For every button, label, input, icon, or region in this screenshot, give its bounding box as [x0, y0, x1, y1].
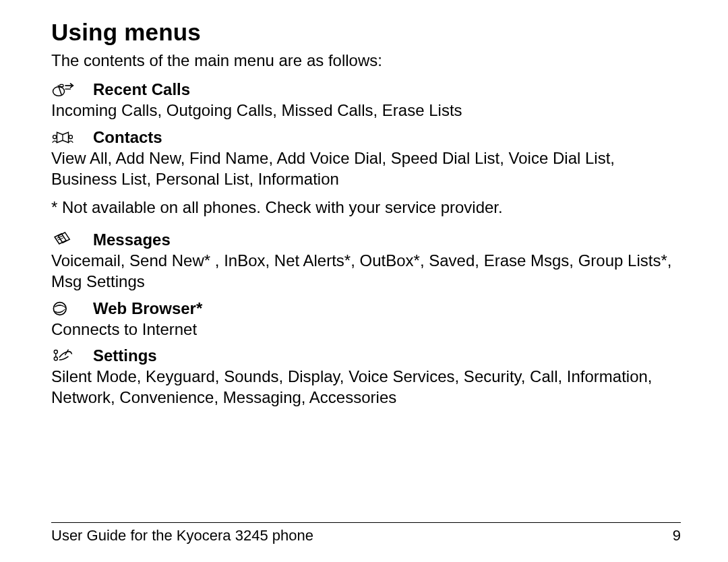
page-footer: User Guide for the Kyocera 3245 phone 9 — [51, 522, 681, 544]
globe-swoosh-icon — [51, 299, 78, 318]
section-title: Settings — [93, 346, 157, 365]
svg-point-13 — [54, 350, 57, 354]
svg-point-14 — [54, 357, 57, 361]
section-recent-calls: Recent Calls Incoming Calls, Outgoing Ca… — [51, 80, 681, 121]
section-settings: Settings Silent Mode, Keyguard, Sounds, … — [51, 346, 681, 408]
svg-point-6 — [53, 135, 57, 139]
intro-text: The contents of the main menu are as fol… — [51, 50, 681, 71]
page: Using menus The contents of the main men… — [0, 0, 728, 562]
hand-tools-icon — [51, 346, 78, 365]
section-header: Contacts — [51, 128, 681, 147]
phone-arrow-icon — [51, 80, 78, 99]
svg-rect-2 — [60, 85, 63, 87]
section-messages: Messages Voicemail, Send New* , InBox, N… — [51, 230, 681, 292]
section-title: Web Browser* — [93, 299, 202, 318]
section-body: Silent Mode, Keyguard, Sounds, Display, … — [51, 367, 681, 408]
section-title: Recent Calls — [93, 80, 190, 99]
footer-row: User Guide for the Kyocera 3245 phone 9 — [51, 527, 681, 544]
section-title: Messages — [93, 230, 171, 249]
section-title: Contacts — [93, 128, 162, 147]
papers-icon — [51, 230, 78, 249]
section-body: Voicemail, Send New* , InBox, Net Alerts… — [51, 251, 681, 292]
svg-point-7 — [69, 135, 72, 139]
section-body: Connects to Internet — [51, 319, 681, 340]
section-header: Settings — [51, 346, 681, 365]
svg-point-12 — [53, 302, 66, 315]
footer-rule — [51, 522, 681, 523]
section-header: Web Browser* — [51, 299, 681, 318]
section-body: Incoming Calls, Outgoing Calls, Missed C… — [51, 100, 681, 121]
section-web-browser: Web Browser* Connects to Internet — [51, 299, 681, 340]
page-title: Using menus — [51, 19, 681, 46]
footnote: * Not available on all phones. Check wit… — [51, 197, 681, 218]
footer-text: User Guide for the Kyocera 3245 phone — [51, 527, 313, 544]
section-body: View All, Add New, Find Name, Add Voice … — [51, 148, 681, 189]
address-book-icon — [51, 128, 78, 147]
section-header: Messages — [51, 230, 681, 249]
section-header: Recent Calls — [51, 80, 681, 99]
page-number: 9 — [673, 527, 681, 544]
section-contacts: Contacts View All, Add New, Find Name, A… — [51, 128, 681, 189]
